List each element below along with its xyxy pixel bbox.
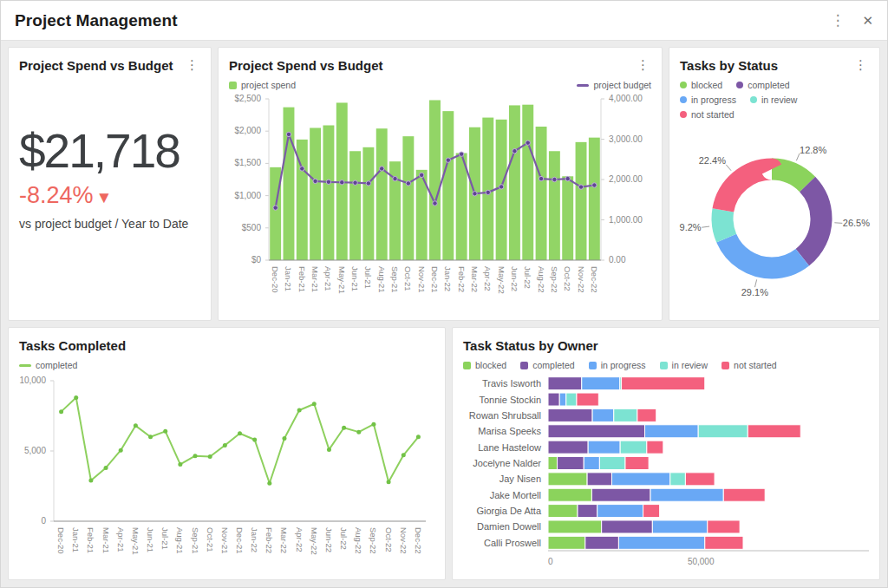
- tasks-completed-chart: 05,00010,000Dec-20Jan-21Feb-21Mar-21Apr-…: [19, 374, 434, 574]
- panel-title: Project Spend vs Budget: [229, 58, 383, 73]
- svg-text:Aug-22: Aug-22: [537, 266, 546, 293]
- svg-text:Jake Mortell: Jake Mortell: [490, 490, 541, 500]
- svg-text:Jul-22: Jul-22: [339, 527, 349, 550]
- legend-item-project-budget[interactable]: project budget: [577, 80, 651, 90]
- panel-tasks-completed: Tasks Completed completed 05,00010,000De…: [8, 327, 446, 580]
- svg-text:Jul-21: Jul-21: [160, 527, 170, 550]
- panel-title: Task Status by Owner: [463, 338, 598, 353]
- svg-text:Jan-21: Jan-21: [284, 266, 293, 291]
- tasks-by-status-legend: blockedcompletedin progressin reviewnot …: [680, 80, 869, 120]
- legend-label: not started: [734, 360, 777, 370]
- svg-text:Oct-22: Oct-22: [563, 266, 572, 291]
- svg-text:Travis Isworth: Travis Isworth: [482, 378, 541, 389]
- legend-label: completed: [532, 360, 574, 370]
- svg-text:Apr-21: Apr-21: [116, 527, 126, 552]
- spend-budget-legend: project spendproject budget: [229, 80, 651, 90]
- svg-text:$1,500: $1,500: [234, 158, 261, 167]
- svg-text:3,000.00: 3,000.00: [609, 134, 643, 144]
- svg-text:Jan-21: Jan-21: [71, 527, 81, 552]
- panel-task-status-by-owner: Task Status by Owner blockedcompletedin …: [452, 327, 880, 580]
- legend-item-in-review[interactable]: in review: [660, 360, 708, 370]
- svg-text:Dec-22: Dec-22: [414, 527, 423, 554]
- dot-marker-icon: [736, 82, 743, 88]
- legend-item-completed[interactable]: completed: [736, 80, 789, 90]
- panel-tasks-by-status: Tasks by Status ⋮ blockedcompletedin pro…: [669, 47, 880, 321]
- square-marker-icon: [229, 82, 237, 89]
- kebab-menu-icon[interactable]: ⋮: [184, 58, 200, 71]
- legend-item-in-progress[interactable]: in progress: [589, 360, 646, 370]
- panel-header: Tasks by Status ⋮: [680, 58, 869, 73]
- svg-text:22.4%: 22.4%: [699, 155, 726, 166]
- svg-text:Dec-20: Dec-20: [271, 266, 280, 293]
- legend-item-completed[interactable]: completed: [19, 360, 77, 370]
- svg-text:Feb-21: Feb-21: [297, 266, 307, 292]
- svg-text:Aug-21: Aug-21: [175, 527, 185, 554]
- panel-header: Project Spend vs Budget ⋮: [19, 58, 200, 73]
- svg-text:$500: $500: [242, 223, 262, 232]
- legend-item-not-started[interactable]: not started: [680, 109, 735, 120]
- legend-item-project-spend[interactable]: project spend: [229, 80, 296, 90]
- svg-text:9.2%: 9.2%: [680, 222, 702, 232]
- svg-text:$2,000: $2,000: [234, 126, 261, 135]
- down-arrow-icon: ▼: [96, 188, 113, 206]
- svg-text:Sep-22: Sep-22: [550, 266, 559, 293]
- svg-text:Dec-21: Dec-21: [235, 527, 245, 554]
- kpi-subtitle: vs project budget / Year to Date: [19, 217, 200, 231]
- task-status-by-owner-chart: Travis IsworthTonnie StockinRowan Shrubs…: [463, 374, 869, 574]
- window-header: Project Management ⋮ ✕: [1, 1, 887, 41]
- dashboard-window: Project Management ⋮ ✕ Project Spend vs …: [0, 0, 888, 588]
- svg-text:1,000.00: 1,000.00: [609, 215, 643, 225]
- svg-text:Jay Nisen: Jay Nisen: [500, 474, 541, 484]
- kebab-menu-icon[interactable]: ⋮: [830, 13, 845, 28]
- svg-text:Sep-22: Sep-22: [369, 527, 378, 554]
- svg-text:4,000.00: 4,000.00: [609, 94, 643, 103]
- svg-text:$2,500: $2,500: [234, 94, 261, 103]
- svg-text:Oct-21: Oct-21: [403, 266, 413, 291]
- spend-budget-chart: $0$500$1,000$1,500$2,000$2,5000.001,000.…: [229, 94, 651, 315]
- dot-marker-icon: [750, 96, 757, 103]
- svg-text:26.5%: 26.5%: [843, 218, 870, 228]
- tasks-completed-legend: completed: [19, 360, 434, 370]
- svg-text:50,000: 50,000: [688, 557, 715, 566]
- legend-item-completed[interactable]: completed: [520, 360, 574, 370]
- legend-item-in-review[interactable]: in review: [750, 95, 797, 105]
- svg-text:Nov-21: Nov-21: [417, 266, 427, 293]
- svg-text:Feb-22: Feb-22: [264, 527, 274, 553]
- panel-header: Tasks Completed: [19, 338, 434, 353]
- legend-label: blocked: [691, 80, 722, 90]
- top-row: Project Spend vs Budget ⋮ $21,718 -8.24%…: [8, 47, 880, 321]
- legend-item-blocked[interactable]: blocked: [680, 80, 722, 90]
- legend-item-not-started[interactable]: not started: [722, 360, 777, 370]
- panel-title: Project Spend vs Budget: [19, 58, 173, 73]
- kebab-menu-icon[interactable]: ⋮: [635, 58, 651, 71]
- square-marker-icon: [463, 362, 471, 369]
- svg-text:Dec-22: Dec-22: [590, 266, 599, 293]
- window-actions: ⋮ ✕: [830, 13, 873, 28]
- svg-text:Giorgia De Atta: Giorgia De Atta: [476, 506, 541, 516]
- dash-marker-icon: [577, 84, 589, 87]
- svg-text:Jan-22: Jan-22: [443, 266, 453, 291]
- svg-text:Feb-21: Feb-21: [86, 527, 95, 553]
- svg-text:Jocelyne Nalder: Jocelyne Nalder: [473, 458, 541, 468]
- close-icon[interactable]: ✕: [862, 14, 873, 27]
- svg-text:Mar-22: Mar-22: [470, 266, 480, 292]
- bottom-row: Tasks Completed completed 05,00010,000De…: [8, 327, 880, 580]
- legend-label: not started: [691, 109, 735, 120]
- square-marker-icon: [520, 362, 528, 369]
- legend-label: project spend: [241, 80, 296, 90]
- kebab-menu-icon[interactable]: ⋮: [852, 58, 869, 71]
- svg-text:$0: $0: [251, 255, 262, 265]
- kpi-delta: -8.24%▼: [19, 182, 200, 209]
- svg-text:Rowan Shrubsall: Rowan Shrubsall: [469, 410, 541, 421]
- svg-text:Dec-21: Dec-21: [430, 266, 440, 293]
- panel-spend-vs-budget-chart: Project Spend vs Budget ⋮ project spendp…: [218, 47, 663, 321]
- legend-item-in-progress[interactable]: in progress: [680, 95, 736, 105]
- svg-text:Dec-20: Dec-20: [56, 527, 66, 554]
- panel-title: Tasks by Status: [680, 58, 778, 73]
- svg-text:Feb-22: Feb-22: [457, 266, 467, 292]
- svg-text:2,000.00: 2,000.00: [609, 174, 643, 184]
- legend-label: in progress: [601, 360, 646, 370]
- svg-text:Sep-21: Sep-21: [390, 266, 400, 293]
- svg-text:Calli Proswell: Calli Proswell: [484, 538, 541, 548]
- legend-item-blocked[interactable]: blocked: [463, 360, 506, 370]
